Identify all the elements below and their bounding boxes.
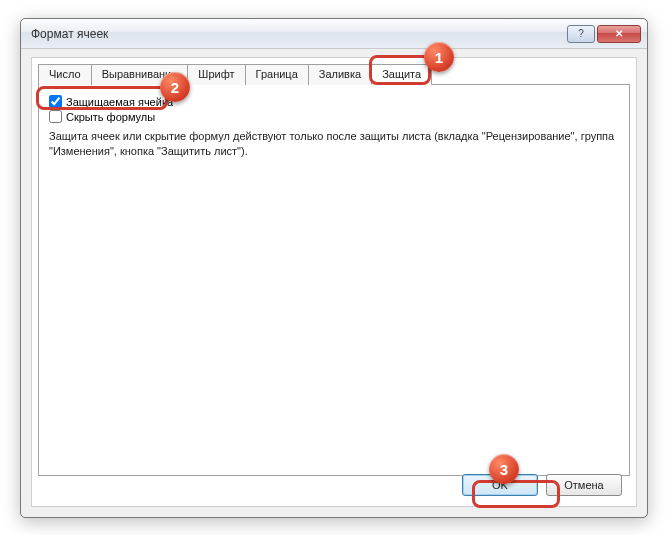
hidden-checkbox[interactable]: [49, 110, 62, 123]
tab-strip: Число Выравнивание Шрифт Граница Заливка…: [32, 58, 636, 85]
tab-border[interactable]: Граница: [245, 64, 309, 85]
tab-number[interactable]: Число: [38, 64, 92, 85]
format-cells-dialog: Формат ячеек ? ✕ Число Выравнивание Шриф…: [20, 18, 648, 518]
locked-label: Защищаемая ячейка: [66, 96, 173, 108]
hidden-label: Скрыть формулы: [66, 111, 155, 123]
help-icon: ?: [578, 28, 584, 39]
locked-checkbox[interactable]: [49, 95, 62, 108]
protection-description: Защита ячеек или скрытие формул действую…: [49, 129, 619, 159]
window-title: Формат ячеек: [31, 27, 565, 41]
hidden-row[interactable]: Скрыть формулы: [49, 110, 619, 123]
cancel-button[interactable]: Отмена: [546, 474, 622, 496]
protection-panel: Защищаемая ячейка Скрыть формулы Защита …: [38, 84, 630, 476]
ok-button[interactable]: OK: [462, 474, 538, 496]
tab-protection[interactable]: Защита: [371, 64, 432, 85]
locked-row[interactable]: Защищаемая ячейка: [49, 95, 619, 108]
tab-alignment[interactable]: Выравнивание: [91, 64, 189, 85]
close-button[interactable]: ✕: [597, 25, 641, 43]
tab-fill[interactable]: Заливка: [308, 64, 372, 85]
close-icon: ✕: [615, 28, 623, 39]
titlebar[interactable]: Формат ячеек ? ✕: [21, 19, 647, 49]
help-button[interactable]: ?: [567, 25, 595, 43]
tab-font[interactable]: Шрифт: [187, 64, 245, 85]
dialog-body: Число Выравнивание Шрифт Граница Заливка…: [31, 57, 637, 507]
dialog-footer: OK Отмена: [462, 474, 622, 496]
